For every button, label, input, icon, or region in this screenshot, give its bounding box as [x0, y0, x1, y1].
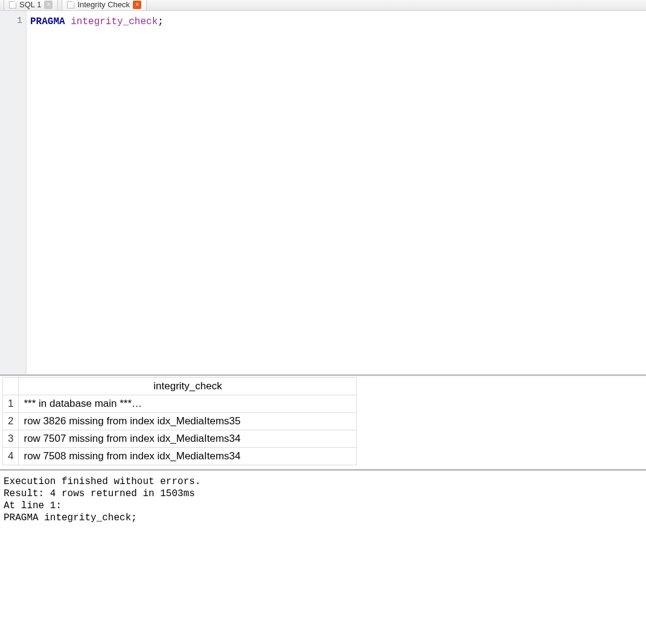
- sql-identifier: integrity_check: [71, 16, 158, 27]
- close-icon[interactable]: ×: [133, 1, 141, 9]
- row-number: 4: [3, 448, 19, 465]
- tab-integrity-check[interactable]: Integrity Check ×: [62, 0, 147, 10]
- sql-editor[interactable]: 1 PRAGMA integrity_check;: [0, 11, 646, 375]
- results-table[interactable]: integrity_check 1 *** in database main *…: [2, 377, 357, 465]
- sql-keyword: PRAGMA: [30, 16, 65, 27]
- tab-sql-1[interactable]: SQL 1 ×: [4, 0, 58, 10]
- sql-terminator: ;: [158, 16, 164, 27]
- log-line: Execution finished without errors.: [4, 476, 200, 487]
- row-number: 3: [3, 430, 19, 448]
- row-number: 2: [3, 413, 19, 430]
- column-header[interactable]: integrity_check: [19, 378, 357, 395]
- line-number-gutter: 1: [0, 11, 27, 374]
- log-line: PRAGMA integrity_check;: [4, 512, 137, 523]
- log-output[interactable]: Execution finished without errors. Resul…: [0, 470, 646, 644]
- log-line: At line 1:: [4, 500, 62, 511]
- cell-value[interactable]: *** in database main ***…: [19, 395, 357, 413]
- cell-value[interactable]: row 7507 missing from index idx_MediaIte…: [19, 430, 357, 448]
- close-icon[interactable]: ×: [44, 1, 53, 9]
- document-icon: [9, 1, 16, 8]
- row-number: 1: [3, 395, 19, 413]
- results-pane: integrity_check 1 *** in database main *…: [0, 375, 646, 470]
- cell-value[interactable]: row 7508 missing from index idx_MediaIte…: [19, 448, 357, 465]
- code-area[interactable]: PRAGMA integrity_check;: [27, 11, 646, 374]
- tab-label: Integrity Check: [77, 0, 130, 9]
- log-line: Result: 4 rows returned in 1503ms: [4, 488, 195, 499]
- row-header-blank[interactable]: [3, 378, 19, 395]
- line-number: 1: [0, 16, 22, 26]
- cell-value[interactable]: row 3826 missing from index idx_MediaIte…: [19, 413, 357, 430]
- tab-bar: SQL 1 × Integrity Check ×: [0, 0, 646, 11]
- table-row[interactable]: 2 row 3826 missing from index idx_MediaI…: [3, 413, 357, 430]
- table-row[interactable]: 3 row 7507 missing from index idx_MediaI…: [3, 430, 357, 448]
- table-row[interactable]: 4 row 7508 missing from index idx_MediaI…: [3, 448, 357, 465]
- tab-label: SQL 1: [19, 0, 41, 9]
- table-row[interactable]: 1 *** in database main ***…: [3, 395, 357, 413]
- document-icon: [67, 1, 74, 8]
